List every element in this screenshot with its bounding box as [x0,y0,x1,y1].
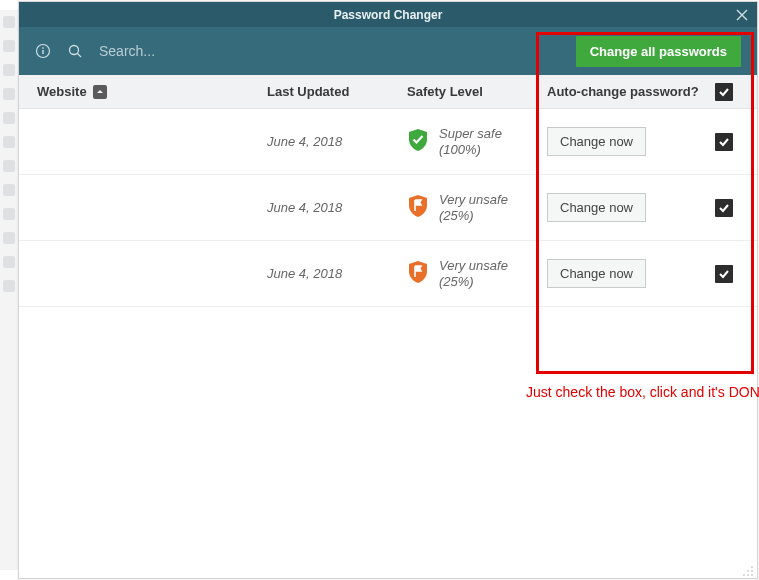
safety-percent: (25%) [439,274,508,290]
svg-point-8 [747,570,749,572]
search-icon[interactable] [67,43,83,59]
change-now-button[interactable]: Change now [547,193,646,222]
row-checkbox[interactable] [715,265,733,283]
cell-last-updated: June 4, 2018 [267,266,407,281]
safety-label: Super safe [439,126,502,142]
close-icon[interactable] [735,8,749,22]
svg-rect-2 [42,47,43,48]
titlebar: Password Changer [19,2,757,27]
svg-point-10 [743,574,745,576]
svg-rect-1 [42,50,43,54]
cell-action: Change now [547,193,711,222]
svg-point-7 [751,574,753,576]
change-all-passwords-button[interactable]: Change all passwords [576,36,741,67]
table-row: June 4, 2018 Very unsafe (25%) Change no… [19,241,757,307]
background-sidebar [0,10,18,570]
safety-percent: (25%) [439,208,508,224]
safety-label: Very unsafe [439,192,508,208]
search-input[interactable] [99,43,560,59]
change-now-button[interactable]: Change now [547,127,646,156]
svg-point-3 [70,46,79,55]
table-row: June 4, 2018 Super safe (100%) Change no… [19,109,757,175]
shield-check-icon [407,128,429,155]
column-header-last-updated[interactable]: Last Updated [267,84,407,99]
cell-last-updated: June 4, 2018 [267,134,407,149]
svg-point-5 [751,566,753,568]
cell-action: Change now [547,259,711,288]
cell-last-updated: June 4, 2018 [267,200,407,215]
cell-action: Change now [547,127,711,156]
row-checkbox[interactable] [715,199,733,217]
column-header-website[interactable]: Website [37,84,267,99]
password-changer-window: Password Changer Change all passwords We… [18,1,758,579]
table-body: June 4, 2018 Super safe (100%) Change no… [19,109,757,307]
change-now-button[interactable]: Change now [547,259,646,288]
resize-grip-icon[interactable] [742,563,754,575]
svg-line-4 [78,54,82,58]
row-checkbox[interactable] [715,133,733,151]
svg-point-6 [751,570,753,572]
cell-safety: Very unsafe (25%) [407,258,547,289]
window-title: Password Changer [334,8,443,22]
safety-percent: (100%) [439,142,502,158]
toolbar: Change all passwords [19,27,757,75]
column-header-website-label: Website [37,84,87,99]
table-row: June 4, 2018 Very unsafe (25%) Change no… [19,175,757,241]
svg-point-9 [747,574,749,576]
select-all-checkbox[interactable] [715,83,733,101]
shield-flag-icon [407,194,429,221]
column-header-safety[interactable]: Safety Level [407,84,547,99]
table-header: Website Last Updated Safety Level Auto-c… [19,75,757,109]
sort-indicator-icon [93,85,107,99]
annotation-caption: Just check the box, click and it's DONE! [513,384,759,400]
cell-safety: Very unsafe (25%) [407,192,547,223]
shield-flag-icon [407,260,429,287]
safety-label: Very unsafe [439,258,508,274]
cell-safety: Super safe (100%) [407,126,547,157]
info-icon[interactable] [35,43,51,59]
column-header-auto-change[interactable]: Auto-change password? [547,84,711,99]
